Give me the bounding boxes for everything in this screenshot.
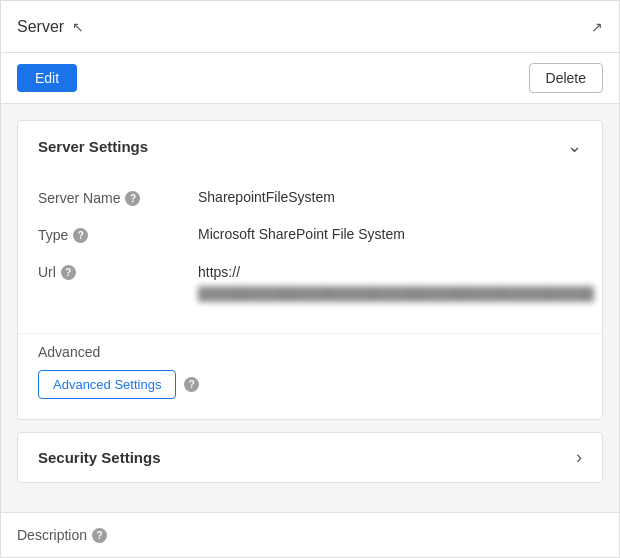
description-section: Description ? — [1, 512, 619, 557]
main-content: Server Settings ⌄ Server Name ? Sharepoi… — [1, 104, 619, 512]
url-help-icon[interactable]: ? — [61, 265, 76, 280]
page-header: Server ↖ ↗ — [1, 1, 619, 53]
server-settings-card: Server Settings ⌄ Server Name ? Sharepoi… — [17, 120, 603, 420]
external-link-icon[interactable]: ↗ — [591, 19, 603, 35]
type-value: Microsoft SharePoint File System — [198, 226, 582, 242]
advanced-settings-help-icon[interactable]: ? — [184, 377, 199, 392]
server-settings-title: Server Settings — [38, 138, 148, 155]
security-settings-header[interactable]: Security Settings › — [18, 433, 602, 482]
advanced-section: Advanced Advanced Settings ? — [18, 333, 602, 419]
url-label: Url ? — [38, 263, 198, 280]
server-name-help-icon[interactable]: ? — [125, 191, 140, 206]
action-bar: Edit Delete — [1, 53, 619, 104]
delete-button[interactable]: Delete — [529, 63, 603, 93]
advanced-row: Advanced Settings ? — [38, 370, 582, 399]
advanced-settings-button[interactable]: Advanced Settings — [38, 370, 176, 399]
type-help-icon[interactable]: ? — [73, 228, 88, 243]
url-value: https:// ███████████████████████████████… — [198, 263, 594, 303]
url-blurred: ████████████████████████████████████████… — [198, 285, 594, 303]
edit-button[interactable]: Edit — [17, 64, 77, 92]
description-label: Description ? — [17, 527, 603, 543]
url-line1: https:// — [198, 263, 594, 283]
page-container: Server ↖ ↗ Edit Delete Server Settings ⌄… — [0, 0, 620, 558]
type-label: Type ? — [38, 226, 198, 243]
advanced-label: Advanced — [38, 344, 582, 360]
server-settings-body: Server Name ? SharepointFileSystem Type … — [18, 171, 602, 333]
server-settings-header[interactable]: Server Settings ⌄ — [18, 121, 602, 171]
type-row: Type ? Microsoft SharePoint File System — [38, 216, 582, 253]
server-name-label: Server Name ? — [38, 189, 198, 206]
security-settings-title: Security Settings — [38, 449, 161, 466]
url-row: Url ? https:// █████████████████████████… — [38, 253, 582, 313]
header-left: Server ↖ — [17, 18, 84, 36]
chevron-right-icon: › — [576, 447, 582, 468]
server-name-row: Server Name ? SharepointFileSystem — [38, 179, 582, 216]
security-settings-card: Security Settings › — [17, 432, 603, 483]
cursor-icon: ↖ — [72, 19, 84, 35]
server-name-value: SharepointFileSystem — [198, 189, 582, 205]
chevron-down-icon: ⌄ — [567, 135, 582, 157]
description-help-icon[interactable]: ? — [92, 528, 107, 543]
page-title: Server — [17, 18, 64, 36]
